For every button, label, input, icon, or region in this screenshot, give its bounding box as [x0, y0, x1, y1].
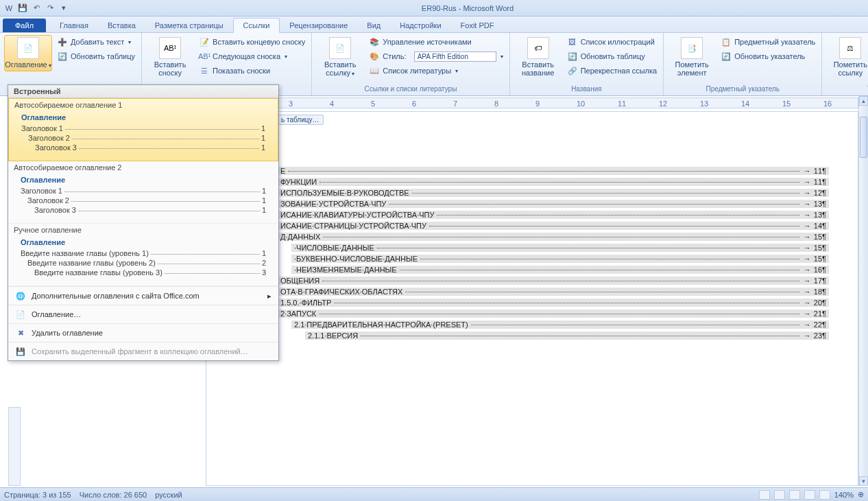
caption-icon: 🏷 — [527, 37, 549, 59]
tab-foxit[interactable]: Foxit PDF — [451, 19, 504, 32]
toc-button[interactable]: 📄 Оглавление▾ — [4, 35, 52, 71]
cross-reference-button[interactable]: 🔗Перекрестная ссылка — [565, 64, 660, 78]
next-footnote-icon: AB¹ — [199, 51, 210, 62]
toc-row[interactable]: 2.1·ПРЕДВАРИТЕЛЬНАЯ·НАСТРОЙКА·(PRESET)→2… — [291, 321, 829, 329]
insert-citation-button[interactable]: 📄 Вставить ссылку▾ — [316, 35, 364, 80]
group-citations: 📄 Вставить ссылку▾ 📚Управление источника… — [312, 33, 509, 95]
view-reading-icon[interactable] — [774, 490, 785, 500]
quick-access-toolbar: W 💾 ↶ ↷ ▾ — [3, 2, 70, 14]
more-toc-online[interactable]: 🌐Дополнительные оглавления с сайта Offic… — [8, 286, 278, 305]
toc-gallery: Встроенный Автособираемое оглавление 1 О… — [8, 84, 279, 361]
toc-row[interactable]: ОБЩЕНИЯ→17¶ — [278, 277, 829, 285]
tab-references[interactable]: Ссылки — [233, 18, 280, 33]
mark-entry-button[interactable]: 📑 Пометить элемент — [668, 35, 716, 79]
delete-icon: ✖ — [15, 327, 26, 338]
update-toc-button[interactable]: 🔄Обновить таблицу — [55, 49, 137, 63]
zoom-in-icon[interactable]: ⊕ — [858, 490, 864, 499]
ribbon-tabs: Файл Главная Вставка Разметка страницы С… — [0, 16, 868, 33]
status-words[interactable]: Число слов: 26 650 — [80, 491, 147, 499]
manage-sources-button[interactable]: 📚Управление источниками — [367, 35, 505, 49]
toc-row[interactable]: 2.1.1·ВЕРСИЯ→23¶ — [305, 331, 829, 340]
toc-row[interactable]: 2·ЗАПУСК→21¶ — [278, 310, 829, 318]
bibliography-button[interactable]: 📖Список литературы▾ — [367, 64, 505, 78]
gallery-item-manual[interactable]: Ручное оглавление Оглавление Введите наз… — [8, 224, 278, 286]
toc-icon: 📄 — [17, 37, 39, 59]
add-text-icon: ➕ — [57, 36, 68, 47]
toc-row[interactable]: ИСАНИЕ·КЛАВИАТУРЫ·УСТРОЙСТВА·ЧПУ→13¶ — [278, 211, 829, 219]
save-selection-icon: 💾 — [15, 346, 26, 357]
qat-dropdown-icon[interactable]: ▾ — [58, 2, 70, 14]
status-language[interactable]: русский — [155, 491, 182, 499]
status-bar: Страница: 3 из 155 Число слов: 26 650 ру… — [0, 487, 868, 501]
scroll-thumb[interactable] — [860, 117, 867, 158]
update-figures-button[interactable]: 🔄Обновить таблицу — [565, 49, 660, 63]
show-notes-icon: ☰ — [199, 65, 210, 76]
group-index-label: Предметный указатель — [668, 84, 817, 93]
vertical-scrollbar[interactable]: ▲ ▼ — [858, 96, 868, 486]
toc-row[interactable]: ·НЕИЗМЕНЯЕМЫЕ·ДАННЫЕ→16¶ — [291, 266, 829, 274]
title-bar: W 💾 ↶ ↷ ▾ ER90-Rus - Microsoft Word — [0, 0, 868, 16]
toc-row[interactable]: Д·ДАННЫХ→15¶ — [278, 233, 829, 241]
group-index: 📑 Пометить элемент 📋Предметный указатель… — [664, 33, 822, 95]
tab-review[interactable]: Рецензирование — [280, 19, 357, 32]
scroll-down-icon[interactable]: ▼ — [859, 476, 868, 486]
insert-caption-button[interactable]: 🏷 Вставить название — [514, 35, 562, 79]
view-draft-icon[interactable] — [819, 490, 830, 500]
horizontal-ruler[interactable]: 2345678910111213141516 — [206, 97, 858, 108]
insert-footnote-button[interactable]: AB¹ Вставить сноску — [146, 35, 194, 79]
status-page[interactable]: Страница: 3 из 155 — [4, 491, 71, 499]
document-area[interactable]: ь таблицу… Е→11¶ФУНКЦИИ→11¶ИСПОЛЬЗУЕМЫЕ·… — [206, 111, 858, 486]
save-icon[interactable]: 💾 — [16, 2, 29, 14]
toc-row[interactable]: ЗОВАНИЕ·УСТРОЙСТВА·ЧПУ→13¶ — [278, 200, 829, 208]
remove-toc[interactable]: ✖Удалить оглавление — [8, 323, 278, 342]
index-icon: 📋 — [721, 36, 732, 47]
mark-citation-button[interactable]: ⚖ Пометить ссылку — [826, 35, 868, 79]
toc-row[interactable]: ·ЧИСЛОВЫЕ·ДАННЫЕ→15¶ — [291, 244, 829, 252]
toc-row[interactable]: ·БУКВЕННО-ЧИСЛОВЫЕ·ДАННЫЕ→15¶ — [291, 255, 829, 263]
sources-icon: 📚 — [369, 36, 380, 47]
endnote-icon: 📝 — [199, 36, 210, 47]
tab-view[interactable]: Вид — [357, 19, 390, 32]
insert-endnote-button[interactable]: 📝Вставить концевую сноску — [197, 35, 307, 49]
scroll-up-icon[interactable]: ▲ — [859, 96, 868, 106]
style-icon: 🎨 — [369, 51, 380, 62]
group-citations-label: Ссылки и списки литературы — [316, 84, 505, 93]
redo-icon[interactable]: ↷ — [44, 2, 56, 14]
table-of-figures-button[interactable]: 🖼Список иллюстраций — [565, 35, 660, 49]
field-tag[interactable]: ь таблицу… — [276, 115, 324, 125]
undo-icon[interactable]: ↶ — [30, 2, 43, 14]
tab-page-layout[interactable]: Разметка страницы — [145, 19, 233, 32]
tab-home[interactable]: Главная — [50, 19, 98, 32]
group-authorities-label: Таблица ссылок — [826, 84, 868, 93]
window-title: ER90-Rus - Microsoft Word — [70, 4, 865, 12]
group-authorities: ⚖ Пометить ссылку 📋Таблица ссылок 🔄Обнов… — [822, 33, 868, 95]
view-web-icon[interactable] — [789, 490, 800, 500]
update-index-button[interactable]: 🔄Обновить указатель — [719, 49, 817, 63]
view-outline-icon[interactable] — [804, 490, 815, 500]
toc-row[interactable]: Е→11¶ — [278, 167, 829, 175]
status-zoom[interactable]: 140% — [834, 491, 854, 499]
tab-insert[interactable]: Вставка — [98, 19, 145, 32]
show-footnotes-button[interactable]: ☰Показать сноски — [197, 64, 307, 78]
view-print-icon[interactable] — [759, 490, 770, 500]
citation-icon: 📄 — [329, 37, 351, 59]
next-footnote-button[interactable]: AB¹Следующая сноска▾ — [197, 49, 307, 63]
custom-toc[interactable]: 📄Оглавление… — [8, 305, 278, 323]
gallery-item-auto1[interactable]: Автособираемое оглавление 1 Оглавление З… — [8, 98, 278, 161]
vertical-ruler[interactable] — [8, 407, 21, 486]
toc-row[interactable]: ИСАНИЕ·СТРАНИЦЫ·УСТРОЙСТВА·ЧПУ→14¶ — [278, 222, 829, 230]
mark-citation-icon: ⚖ — [839, 37, 861, 59]
update-icon: 🔄 — [57, 51, 68, 62]
add-text-button[interactable]: ➕Добавить текст▾ — [55, 35, 137, 49]
gallery-item-auto2[interactable]: Автособираемое оглавление 2 Оглавление З… — [8, 161, 278, 224]
tab-addins[interactable]: Надстройки — [390, 19, 450, 32]
insert-index-button[interactable]: 📋Предметный указатель — [719, 35, 817, 49]
citation-style-select[interactable]: 🎨Стиль: APA Fifth Edition▾ — [367, 49, 505, 63]
toc-row[interactable]: 1.5.0.·ФИЛЬТР→20¶ — [278, 299, 829, 307]
tab-file[interactable]: Файл — [3, 19, 46, 32]
toc-row[interactable]: ОТА·В·ГРАФИЧЕСКИХ·ОБЛАСТЯХ→18¶ — [278, 288, 829, 296]
toc-row[interactable]: ФУНКЦИИ→11¶ — [278, 178, 829, 186]
toc-row[interactable]: ИСПОЛЬЗУЕМЫЕ·В·РУКОВОДСТВЕ→12¶ — [278, 189, 829, 197]
update-figures-icon: 🔄 — [567, 51, 578, 62]
toc-small-icon: 📄 — [15, 309, 26, 320]
